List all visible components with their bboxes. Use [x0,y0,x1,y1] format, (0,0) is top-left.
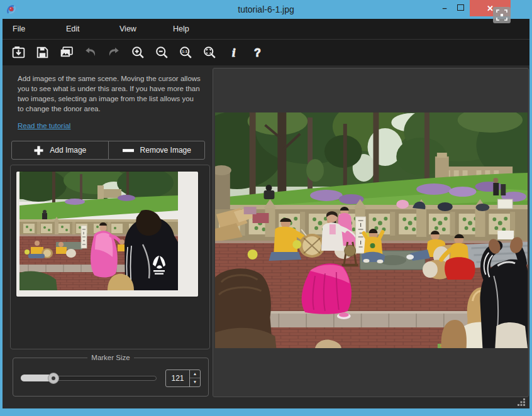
main-photo[interactable] [215,112,528,348]
status-strip [3,397,529,408]
menu-bar: File Edit View Help [3,19,529,40]
redo-button[interactable] [106,44,123,61]
resize-grip[interactable] [517,398,526,407]
menu-view[interactable]: View [119,25,173,33]
svg-text:i: i [232,46,236,59]
fit-to-screen-button[interactable] [201,44,218,61]
thumbnail-photo [19,172,178,290]
help-button[interactable]: ? [249,44,266,61]
zoom-in-button[interactable] [130,44,147,61]
menu-help[interactable]: Help [173,25,226,33]
svg-text:1:1: 1:1 [182,50,187,53]
svg-text:?: ? [254,47,261,59]
export-image-button[interactable] [58,44,75,61]
maximize-button[interactable] [452,0,468,15]
open-button[interactable] [10,44,27,61]
toolbar: 1:1 i ? [3,40,529,65]
marker-size-spinbox: 121 ▲ ▼ [165,369,201,387]
remove-image-button[interactable]: Remove Image [108,141,206,160]
zoom-out-button[interactable] [153,44,170,61]
image-canvas[interactable] [213,68,529,397]
left-panel: Add images of the same scene. Moving the… [3,65,211,397]
add-image-button[interactable]: Add Image [11,141,109,160]
save-button[interactable] [34,44,51,61]
spin-up-button[interactable]: ▲ [190,370,200,379]
minus-icon [122,145,135,156]
undo-button[interactable] [82,44,99,61]
zoom-actual-size-button[interactable]: 1:1 [177,44,194,61]
titlebar[interactable]: tutorial-6-1.jpg – ✕ [0,0,532,19]
menu-edit[interactable]: Edit [66,25,119,33]
instructions-text: Add images of the same scene. Moving the… [18,74,201,114]
maximize-icon [457,4,464,11]
spin-down-button[interactable]: ▼ [190,378,200,386]
minimize-button[interactable]: – [436,0,453,15]
image-buttons-row: Add Image Remove Image [11,141,205,160]
content-area: Add images of the same scene. Moving the… [3,65,529,397]
tutorial-link[interactable]: Read the tutorial [18,122,70,129]
image-list-item[interactable] [16,172,198,297]
marker-size-label: Marker Size [87,354,133,361]
remove-image-label: Remove Image [140,146,191,155]
image-list[interactable] [10,165,210,349]
screen-capture-overlay-icon [493,7,511,23]
marker-size-value[interactable]: 121 [166,370,189,386]
marker-size-slider[interactable] [21,372,157,385]
marker-size-group: Marker Size 121 ▲ ▼ [13,354,209,397]
menu-file[interactable]: File [13,25,66,33]
plus-icon [33,145,44,156]
add-image-label: Add Image [50,146,86,155]
slider-thumb[interactable] [48,373,59,384]
app-window: tutorial-6-1.jpg – ✕ File Edit View Help [0,0,532,416]
info-button[interactable]: i [225,44,242,61]
